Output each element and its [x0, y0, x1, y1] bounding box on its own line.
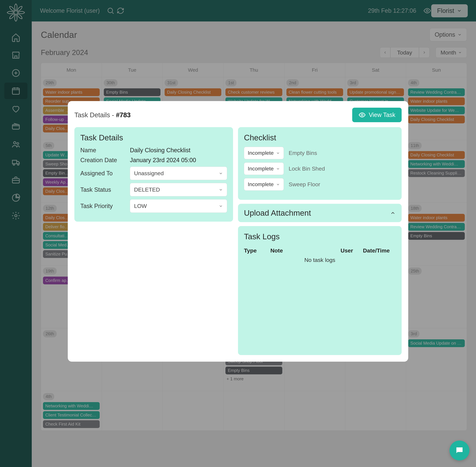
no-logs-message: No task logs	[244, 257, 396, 263]
task-priority-select[interactable]: LOW	[130, 199, 227, 213]
logs-header-row: Type Note User Date/Time	[244, 246, 396, 256]
chevron-down-icon	[276, 182, 280, 186]
chevron-down-icon	[276, 167, 280, 171]
checklist-item: IncompleteEmpty Bins	[244, 147, 396, 159]
modal-title: Task Details - #783	[74, 111, 131, 119]
checklist-card: Checklist IncompleteEmpty BinsIncomplete…	[238, 127, 402, 200]
assigned-to-select[interactable]: Unassigned	[130, 167, 227, 180]
checklist-item: IncompleteSweep Floor	[244, 178, 396, 191]
checklist-label: Sweep Floor	[289, 181, 320, 188]
checklist-status-select[interactable]: Incomplete	[244, 178, 284, 191]
upload-heading: Upload Attachment	[244, 208, 311, 218]
task-logs-heading: Task Logs	[244, 232, 396, 241]
checklist-label: Empty Bins	[289, 150, 317, 156]
checklist-status-select[interactable]: Incomplete	[244, 147, 284, 159]
modal-overlay[interactable]: Task Details - #783 View Task Task Detai…	[0, 0, 476, 467]
chevron-down-icon	[219, 171, 223, 176]
task-logs-card: Task Logs Type Note User Date/Time No ta…	[238, 226, 402, 355]
chevron-down-icon	[219, 204, 223, 208]
task-details-heading: Task Details	[80, 133, 227, 142]
task-details-card: Task Details NameDaily Closing Checklist…	[74, 127, 233, 222]
task-status-select[interactable]: DELETED	[130, 183, 227, 196]
checklist-heading: Checklist	[244, 133, 396, 142]
chevron-down-icon	[219, 188, 223, 192]
chat-icon	[455, 446, 464, 455]
svg-point-11	[361, 114, 363, 116]
chat-bubble-button[interactable]	[449, 441, 469, 460]
eye-icon	[358, 111, 366, 118]
task-creation-value: January 23rd 2024 05:00	[130, 157, 196, 164]
chevron-up-icon[interactable]	[390, 210, 396, 216]
upload-attachment-card[interactable]: Upload Attachment	[238, 204, 402, 222]
task-details-modal: Task Details - #783 View Task Task Detai…	[68, 101, 408, 362]
chevron-down-icon	[276, 151, 280, 155]
view-task-button[interactable]: View Task	[352, 108, 402, 122]
task-name-value: Daily Closing Checklist	[130, 147, 190, 154]
checklist-item: IncompleteLock Bin Shed	[244, 162, 396, 175]
checklist-label: Lock Bin Shed	[289, 166, 325, 172]
checklist-status-select[interactable]: Incomplete	[244, 162, 284, 175]
